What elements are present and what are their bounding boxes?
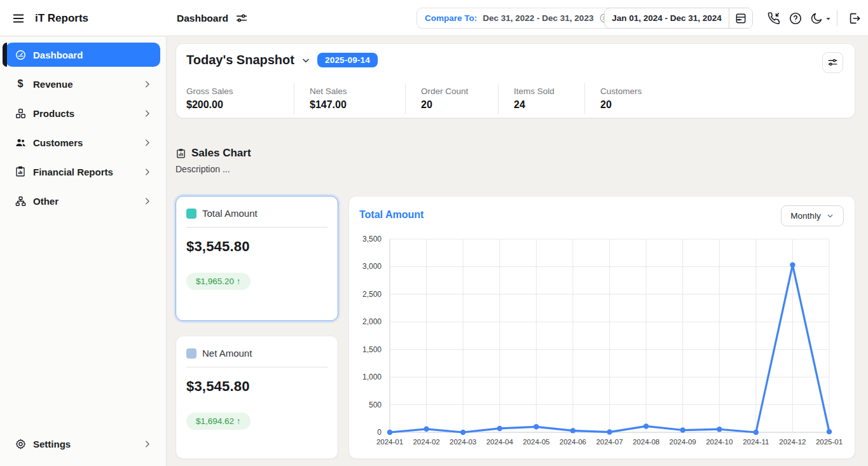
metric-card-net-amount[interactable]: Net Amount $3,545.80 $1,694.62 ↑	[176, 336, 338, 459]
svg-text:0: 0	[377, 428, 382, 437]
stat-value: $147.00	[310, 99, 405, 111]
sidebar-item-revenue[interactable]: $ Revenue	[6, 72, 160, 96]
sidebar-item-other[interactable]: Other	[6, 189, 160, 213]
gear-icon	[14, 438, 27, 450]
hamburger-menu-icon[interactable]	[10, 10, 27, 27]
sidebar-item-financial-reports[interactable]: Financial Reports	[6, 160, 160, 184]
stat-value: 24	[514, 99, 584, 111]
call-incoming-icon[interactable]	[766, 10, 782, 27]
chevron-right-icon	[142, 109, 152, 118]
svg-text:3,000: 3,000	[362, 262, 382, 271]
cubes-icon	[14, 107, 27, 120]
chevron-right-icon	[142, 439, 152, 449]
sidebar-item-customers[interactable]: Customers	[6, 130, 160, 154]
snapshot-title: Today's Snapshot	[186, 53, 294, 67]
dollar-icon: $	[14, 78, 27, 90]
sidebar-item-settings[interactable]: Settings	[6, 432, 160, 456]
sidebar-item-label: Settings	[33, 439, 142, 449]
stat-value: 20	[421, 99, 498, 111]
sidebar-item-label: Products	[33, 108, 142, 119]
main-content: Today's Snapshot 2025-09-14 Gross Sales …	[167, 37, 868, 466]
chevron-right-icon	[142, 167, 152, 177]
dashboard-filter-icon[interactable]	[235, 11, 249, 25]
svg-text:2024-10: 2024-10	[706, 438, 733, 446]
chevron-down-icon	[825, 15, 832, 22]
svg-text:2024-12: 2024-12	[779, 438, 806, 446]
svg-text:2025-01: 2025-01	[816, 438, 843, 446]
topbar-divider	[837, 10, 837, 26]
sidebar-item-products[interactable]: Products	[6, 101, 160, 125]
chevron-down-icon	[826, 212, 834, 220]
logout-icon[interactable]	[846, 10, 863, 27]
metric-delta-badge: $1,965.20 ↑	[186, 273, 251, 290]
snapshot-stats: Gross Sales $200.00 Net Sales $147.00 Or…	[176, 83, 855, 114]
svg-text:2,500: 2,500	[362, 290, 382, 299]
sidebar-item-label: Dashboard	[33, 50, 160, 60]
sidebar-item-label: Financial Reports	[33, 167, 142, 177]
gauge-icon	[14, 49, 27, 61]
compare-to-value: Dec 31, 2022 - Dec 31, 2023	[483, 13, 593, 23]
sidebar-item-label: Revenue	[33, 79, 142, 90]
svg-text:2024-07: 2024-07	[596, 438, 623, 446]
stat-label: Gross Sales	[186, 86, 294, 96]
svg-text:3,500: 3,500	[362, 235, 382, 243]
chart-title: Total Amount	[359, 209, 424, 221]
svg-text:2024-03: 2024-03	[450, 438, 476, 446]
report-clipboard-icon	[14, 166, 27, 177]
snapshot-dropdown-caret[interactable]	[301, 55, 311, 65]
app-title: iT Reports	[35, 0, 88, 36]
stat-label: Customers	[600, 86, 855, 96]
sidebar-item-dashboard[interactable]: Dashboard	[6, 43, 160, 67]
stat-label: Items Sold	[514, 86, 584, 96]
date-range-group: Jan 01, 2024 - Dec 31, 2024	[604, 8, 753, 29]
stat-label: Order Count	[421, 86, 498, 96]
theme-moon-dropdown[interactable]	[808, 10, 833, 27]
svg-text:2024-11: 2024-11	[743, 438, 769, 446]
compare-to-label: Compare To:	[425, 13, 477, 23]
snapshot-date-badge: 2025-09-14	[317, 53, 378, 67]
svg-text:2024-09: 2024-09	[670, 438, 696, 446]
stat-customers: Customers 20	[584, 83, 855, 114]
sidebar: Dashboard $ Revenue Products Customers	[0, 37, 167, 466]
metric-card-total-amount[interactable]: Total Amount $3,545.80 $1,965.20 ↑	[176, 196, 338, 321]
snapshot-card: Today's Snapshot 2025-09-14 Gross Sales …	[176, 43, 855, 118]
metric-label: Total Amount	[202, 208, 258, 219]
stat-value: $200.00	[186, 99, 294, 111]
metric-label: Net Amount	[202, 348, 252, 359]
metric-delta-badge: $1,694.62 ↑	[186, 413, 251, 430]
chevron-right-icon	[142, 79, 152, 89]
stat-order-count: Order Count 20	[405, 83, 498, 114]
svg-text:2024-06: 2024-06	[560, 438, 586, 446]
svg-text:2024-04: 2024-04	[486, 438, 514, 446]
svg-text:2024-02: 2024-02	[413, 438, 439, 446]
compare-to-chip[interactable]: Compare To: Dec 31, 2022 - Dec 31, 2023	[417, 8, 618, 29]
range-select[interactable]: Monthly	[781, 205, 844, 226]
svg-text:2024-05: 2024-05	[523, 438, 549, 446]
svg-text:500: 500	[369, 401, 382, 409]
sidebar-item-label: Other	[33, 196, 142, 207]
range-select-value: Monthly	[790, 211, 820, 221]
sales-chart-section-header: Sales Chart Description ...	[176, 147, 251, 174]
help-icon[interactable]	[787, 10, 804, 27]
snapshot-settings-button[interactable]	[822, 52, 843, 73]
people-icon	[14, 137, 27, 149]
date-panel-button[interactable]	[729, 8, 752, 28]
series-swatch	[186, 209, 196, 219]
svg-text:2024-08: 2024-08	[633, 438, 659, 446]
line-chart[interactable]: 05001,0001,5002,0002,5003,0003,5002024-0…	[354, 232, 846, 453]
stat-gross-sales: Gross Sales $200.00	[176, 83, 294, 114]
chart-card: Total Amount Monthly 05001,0001,5002,000…	[348, 196, 855, 459]
section-title: Sales Chart	[191, 147, 251, 160]
section-description: Description ...	[176, 164, 251, 174]
svg-text:2,000: 2,000	[362, 317, 382, 326]
metric-amount: $3,545.80	[176, 367, 338, 395]
date-range-input[interactable]: Jan 01, 2024 - Dec 31, 2024	[605, 8, 729, 28]
chevron-right-icon	[142, 138, 152, 147]
metric-amount: $3,545.80	[176, 228, 338, 255]
series-swatch	[186, 348, 196, 359]
stat-net-sales: Net Sales $147.00	[294, 83, 405, 114]
sitemap-icon	[14, 195, 27, 207]
page-title: Dashboard	[177, 13, 228, 24]
stat-value: 20	[600, 99, 855, 111]
stat-label: Net Sales	[310, 86, 405, 96]
